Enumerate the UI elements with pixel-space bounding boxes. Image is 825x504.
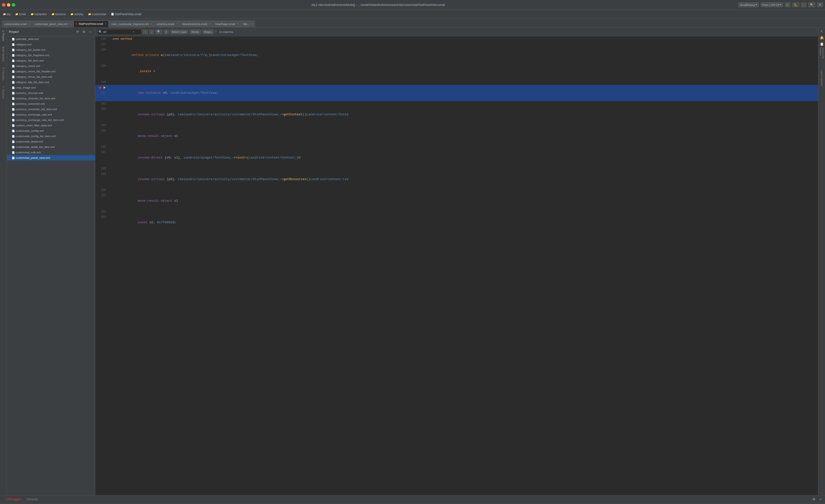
sidebar-file-category-move-list-item[interactable]: 📄 category_move_list_item.xml bbox=[7, 74, 95, 80]
tab-viewpager[interactable]: ViewPager.smali × bbox=[213, 20, 241, 27]
line-number: 138 bbox=[95, 47, 109, 63]
code-line-148: 148 bbox=[95, 166, 818, 171]
breadcrumb-file[interactable]: 📄 StatPanelView.smali bbox=[110, 12, 142, 16]
sidebar-file-currency-converter[interactable]: 📄 currency_converter.xml bbox=[7, 101, 95, 106]
tab-label: Ma... bbox=[243, 22, 249, 25]
tab-close-icon[interactable]: × bbox=[209, 22, 211, 25]
close-button[interactable] bbox=[2, 3, 5, 7]
next-match-button[interactable]: ↓ bbox=[149, 30, 154, 34]
build-variants-toggle[interactable]: Build Variants bbox=[1, 45, 5, 64]
key-promoter-button[interactable]: K bbox=[819, 28, 825, 34]
tab-customstat-panel-view[interactable]: customstat_panel_view.xml × bbox=[32, 20, 73, 27]
tab-close-icon[interactable]: × bbox=[70, 22, 71, 25]
sidebar-header: Project ⟳ ⚙ — bbox=[7, 27, 95, 36]
line-content bbox=[109, 144, 818, 150]
sidebar-file-currency-converter-list[interactable]: 📄 currency_converter_list_item.xml bbox=[7, 106, 95, 112]
tab-close-icon[interactable]: × bbox=[28, 22, 30, 25]
sidebar-file-category-list-footer[interactable]: 📄 category_list_footer.xml bbox=[7, 47, 95, 53]
tab-debugger[interactable]: ● Debugger bbox=[2, 496, 24, 503]
words-button[interactable]: Words bbox=[190, 30, 201, 34]
tab-activity-a[interactable]: activity/a.smali × bbox=[154, 20, 180, 27]
prev-match-button[interactable]: ↑ bbox=[143, 30, 148, 34]
line-number: 143 bbox=[95, 106, 109, 123]
title-bar: dsj [~/dev/android/reverse/bh/dsj] – ...… bbox=[0, 0, 825, 10]
debug-expand-button[interactable]: ⤢ bbox=[818, 497, 823, 502]
tab-close-icon[interactable]: × bbox=[105, 22, 106, 25]
sidebar-file-currency-chooser[interactable]: 📄 currency_chooser.xml bbox=[7, 90, 95, 96]
breadcrumb-melandru[interactable]: 📁 melandru bbox=[30, 12, 48, 16]
sidebar-file-category[interactable]: 📄 category.xml bbox=[7, 42, 95, 47]
tab-ma[interactable]: Ma... × bbox=[241, 20, 254, 27]
layout-captures-button[interactable]: Layout Captures bbox=[818, 68, 825, 88]
tab-close-icon[interactable]: × bbox=[251, 22, 253, 25]
breadcrumb-smali[interactable]: 📁 smali bbox=[14, 12, 27, 16]
breadcrumb-melandru-label: melandru bbox=[34, 12, 47, 16]
line-number: 136 bbox=[95, 36, 109, 42]
filter-button[interactable]: ≡ bbox=[164, 30, 169, 34]
tab-close-icon[interactable]: × bbox=[237, 22, 239, 25]
help-icon: ? bbox=[215, 30, 217, 33]
sidebar-file-category-move-list-header[interactable]: 📄 category_move_list_header.xml bbox=[7, 69, 95, 74]
sidebar-sync-button[interactable]: ⟳ bbox=[75, 29, 80, 34]
sidebar-file-customstat-config-list[interactable]: 📄 customstat_config_list_item.xml bbox=[7, 134, 95, 139]
tab-label: customstat_panel_view.xml bbox=[34, 22, 68, 25]
notifications-button[interactable]: 🔔 bbox=[819, 35, 825, 40]
sidebar-file-custom-chart[interactable]: 📄 custom_chart_filter_data.xml bbox=[7, 123, 95, 128]
debug-settings-button[interactable]: ⚙ bbox=[811, 497, 817, 502]
breadcrumb-customstat[interactable]: 📁 customstat bbox=[87, 12, 107, 16]
search-box[interactable]: 🔍 × bbox=[97, 29, 141, 35]
minimize-button[interactable] bbox=[7, 3, 10, 7]
debug-button[interactable]: 🐛 bbox=[792, 2, 799, 7]
regex-button[interactable]: Regex bbox=[202, 30, 214, 34]
run-button[interactable]: ▶ bbox=[785, 2, 791, 7]
tab-close-icon[interactable]: × bbox=[151, 22, 152, 25]
breadcrumb-lonicera[interactable]: 📁 lonicera bbox=[51, 12, 67, 16]
sidebar-file-category-tab[interactable]: 📄 category_tab_list_item.xml bbox=[7, 80, 95, 85]
code-line-140: 140 bbox=[95, 80, 818, 85]
sidebar-file-customstat-panel[interactable]: 📄 customstat_panel_view.xml bbox=[7, 155, 95, 161]
breadcrumb-dsj[interactable]: 📁 dsj bbox=[2, 12, 11, 16]
sidebar-file-category-move[interactable]: 📄 category_move.xml bbox=[7, 63, 95, 69]
sidebar-file-calendar[interactable]: 📄 calendar_view.xml bbox=[7, 36, 95, 42]
sidebar-file-crop[interactable]: 📄 crop_image.xml bbox=[7, 85, 95, 90]
search-everywhere-button[interactable]: 🔍 bbox=[808, 2, 815, 7]
tab-close-icon[interactable]: × bbox=[176, 22, 178, 25]
tab-console[interactable]: Console bbox=[24, 496, 41, 503]
code-line-142: 142 bbox=[95, 101, 818, 106]
find-in-path-button[interactable]: 🔍 bbox=[155, 29, 162, 34]
search-input[interactable] bbox=[103, 30, 133, 33]
xml-file-icon: 📄 bbox=[12, 54, 15, 57]
sidebar-file-currency-chooser-list[interactable]: 📄 currency_chooser_list_item.xml bbox=[7, 96, 95, 101]
clear-search-icon[interactable]: × bbox=[133, 30, 134, 33]
maximize-button[interactable] bbox=[12, 3, 15, 7]
sidebar-file-customstat-detail-list[interactable]: 📄 customstat_detail_list_item.xml bbox=[7, 144, 95, 150]
sidebar-file-category-list-item[interactable]: 📄 category_list_item.xml bbox=[7, 58, 95, 63]
sidebar-gear-button[interactable]: ⚙ bbox=[81, 29, 87, 34]
sidebar-file-customstat-detail[interactable]: 📄 customstat_detail.xml bbox=[7, 139, 95, 144]
device-file-explorer-button[interactable]: Device File Explorer bbox=[818, 48, 825, 67]
structure-toggle[interactable]: 7: Structure bbox=[1, 84, 5, 101]
favorites-toggle[interactable]: 2: Favorites bbox=[1, 66, 5, 82]
breadcrumb-activity[interactable]: 📁 activity bbox=[70, 12, 84, 16]
code-editor[interactable]: 136 .end method 137 138 .method private … bbox=[95, 36, 818, 495]
project-panel-toggle[interactable]: 1: Project bbox=[1, 28, 5, 43]
settings-button[interactable]: ⚙ bbox=[817, 2, 823, 7]
match-case-button[interactable]: Match Case bbox=[170, 30, 188, 34]
stop-button[interactable]: ■ bbox=[801, 3, 806, 7]
event-log-button[interactable]: 📋 bbox=[819, 41, 825, 47]
device-selector[interactable]: Pixel 2 API 29 ▾ bbox=[761, 2, 783, 7]
left-stripe: 1: Project Build Variants 2: Favorites 7… bbox=[0, 27, 7, 495]
sidebar-collapse-button[interactable]: — bbox=[88, 29, 93, 34]
tab-stat-panel-view[interactable]: ● StatPanelView.smali × bbox=[73, 20, 109, 27]
tab-main-activity[interactable]: MainActivitySa.smali × bbox=[180, 20, 213, 27]
sidebar-file-currency-exchange[interactable]: 📄 currency_exchange_rate.xml bbox=[7, 112, 95, 117]
sidebar-file-customstat-edit[interactable]: 📄 customstat_edit.xml bbox=[7, 150, 95, 155]
sidebar-file-customstat-config[interactable]: 📄 customstat_config.xml bbox=[7, 128, 95, 134]
run-config-selector[interactable]: SmallDebug ▾ bbox=[738, 2, 759, 7]
sidebar-file-category-list-fragment[interactable]: 📄 category_list_fragment.xml bbox=[7, 53, 95, 58]
sidebar-file-currency-exchange-list[interactable]: 📄 currency_exchange_rate_list_item.xml bbox=[7, 117, 95, 123]
breadcrumb-lonicera-label: lonicera bbox=[55, 12, 66, 16]
tab-customstat-a[interactable]: customstat/a.smali × bbox=[2, 20, 32, 27]
tab-main-customstat[interactable]: main_customstat_fragment.xml × bbox=[109, 20, 154, 27]
window-controls[interactable] bbox=[2, 3, 15, 7]
